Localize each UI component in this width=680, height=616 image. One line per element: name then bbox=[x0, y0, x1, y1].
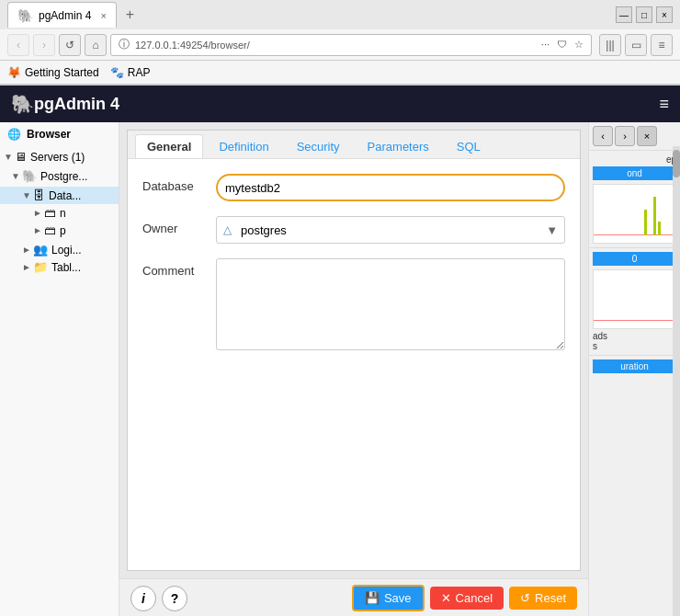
owner-label: Owner bbox=[142, 216, 216, 235]
tab-general[interactable]: General bbox=[135, 134, 203, 158]
db-p-label: p bbox=[60, 224, 66, 237]
chart-sub-label: ads bbox=[593, 331, 676, 341]
address-bar[interactable]: ⓘ 127.0.0.1:49254/browser/ ··· 🛡 ☆ bbox=[110, 34, 592, 56]
tab-title: pgAdmin 4 bbox=[39, 9, 91, 22]
menu-button[interactable]: ≡ bbox=[651, 34, 673, 56]
chart-redline-2 bbox=[594, 320, 675, 321]
sidebar-item-db-n[interactable]: ► 🗃 n bbox=[0, 204, 119, 222]
tree-arrow-p: ► bbox=[33, 225, 44, 235]
tab-close-button[interactable]: × bbox=[100, 10, 106, 21]
tree-arrow-postgres: ▼ bbox=[11, 171, 22, 181]
chart-area-2 bbox=[593, 269, 676, 329]
forward-button[interactable]: › bbox=[33, 34, 55, 56]
dialog-tabs: General Definition Security Parameters S… bbox=[128, 131, 580, 159]
tab-definition[interactable]: Definition bbox=[207, 134, 280, 158]
pgadmin-title: pgAdmin 4 bbox=[34, 95, 119, 114]
back-button[interactable]: ‹ bbox=[7, 34, 29, 56]
comment-textarea[interactable] bbox=[216, 258, 565, 350]
url-text: 127.0.0.1:49254/browser/ bbox=[135, 40, 250, 51]
sidebar-item-db-p[interactable]: ► 🗃 p bbox=[0, 222, 119, 239]
right-nav-close[interactable]: × bbox=[637, 126, 657, 146]
comment-field-row: Comment bbox=[142, 258, 565, 353]
tab-icon: 🐘 bbox=[17, 8, 33, 23]
databases-icon: 🗄 bbox=[33, 188, 45, 202]
pgadmin-logo: 🐘 bbox=[11, 93, 34, 115]
sidebar-item-databases[interactable]: ▼ 🗄 Data... bbox=[0, 187, 119, 204]
sidebar-item-login[interactable]: ► 👥 Logi... bbox=[0, 241, 119, 258]
rap-icon: 🐾 bbox=[110, 66, 124, 79]
chart-redline-1 bbox=[594, 234, 675, 235]
right-nav-forward[interactable]: › bbox=[615, 126, 635, 146]
tree-databases: ▼ 🗄 Data... ► 🗃 n ► 🗃 p bbox=[0, 185, 119, 241]
comment-label: Comment bbox=[142, 258, 216, 278]
right-nav-back[interactable]: ‹ bbox=[593, 126, 613, 146]
sidebar-item-postgres[interactable]: ▼ 🐘 Postgre... bbox=[0, 167, 119, 185]
window-controls: — □ × bbox=[616, 6, 673, 23]
databases-label: Data... bbox=[49, 189, 81, 202]
bookmark-getting-started[interactable]: 🦊 Getting Started bbox=[7, 66, 99, 79]
reset-icon: ↺ bbox=[520, 591, 530, 605]
more-icon: ··· bbox=[541, 39, 550, 51]
right-panel-nav: ‹ › × bbox=[589, 122, 680, 151]
browser-tab[interactable]: 🐘 pgAdmin 4 × bbox=[7, 2, 117, 28]
nav-bar: ‹ › ↺ ⌂ ⓘ 127.0.0.1:49254/browser/ ··· 🛡… bbox=[0, 29, 680, 61]
bookmark-label: Getting Started bbox=[25, 66, 99, 79]
shield-icon: 🛡 bbox=[557, 39, 567, 51]
tree-arrow-tablespace: ► bbox=[22, 262, 33, 272]
right-panel: ‹ › × ep ond 0 ad bbox=[588, 122, 680, 616]
info-button[interactable]: i bbox=[130, 586, 156, 611]
bookmark-rap-label: RAP bbox=[128, 66, 151, 79]
chart-bar-3 bbox=[658, 222, 661, 235]
sidebar-title: Browser bbox=[27, 128, 71, 141]
close-button[interactable]: × bbox=[656, 6, 673, 23]
login-icon: 👥 bbox=[33, 243, 48, 257]
maximize-button[interactable]: □ bbox=[636, 6, 652, 23]
tree-arrow-databases: ▼ bbox=[22, 190, 33, 200]
sidebar-toggle-button[interactable]: ▭ bbox=[625, 34, 647, 56]
minimize-button[interactable]: — bbox=[616, 6, 632, 23]
tab-security[interactable]: Security bbox=[285, 134, 352, 158]
sidebar-item-tablespace[interactable]: ► 📁 Tabl... bbox=[0, 258, 119, 276]
hamburger-menu[interactable]: ≡ bbox=[659, 95, 669, 114]
chart-area-1 bbox=[593, 184, 676, 244]
chart-blue-bar-2: 0 bbox=[593, 252, 676, 266]
new-tab-button[interactable]: + bbox=[120, 6, 140, 23]
save-label: Save bbox=[384, 591, 412, 605]
tab-sql[interactable]: SQL bbox=[445, 134, 493, 158]
sidebar: 🌐 Browser ▼ 🖥 Servers (1) ▼ 🐘 Postgre... bbox=[0, 122, 119, 616]
owner-control: △ postgres ▼ bbox=[216, 216, 565, 244]
browser-chrome: 🐘 pgAdmin 4 × + — □ × ‹ › ↺ ⌂ ⓘ 127.0.0.… bbox=[0, 0, 680, 86]
save-button[interactable]: 💾 Save bbox=[352, 585, 425, 611]
owner-select[interactable]: postgres bbox=[216, 216, 565, 244]
home-button[interactable]: ⌂ bbox=[85, 34, 107, 56]
refresh-button[interactable]: ↺ bbox=[59, 34, 81, 56]
tree-arrow-n: ► bbox=[33, 208, 44, 218]
db-n-icon: 🗃 bbox=[44, 206, 56, 220]
database-input[interactable] bbox=[216, 174, 565, 201]
chart-section-1: ep ond bbox=[589, 151, 680, 248]
bookmarks-bar: 🦊 Getting Started 🐾 RAP bbox=[0, 61, 680, 85]
chart-bar-2 bbox=[653, 197, 656, 235]
help-button[interactable]: ? bbox=[162, 586, 187, 611]
right-scrollbar[interactable] bbox=[673, 146, 680, 616]
main-content: General Definition Security Parameters S… bbox=[119, 122, 588, 616]
tree-postgres: ▼ 🐘 Postgre... ▼ 🗄 Data... ► 🗃 bbox=[0, 165, 119, 278]
reset-button[interactable]: ↺ Reset bbox=[509, 587, 577, 610]
tab-parameters[interactable]: Parameters bbox=[356, 134, 441, 158]
chart-label-1: ep bbox=[593, 154, 676, 165]
comment-control bbox=[216, 258, 565, 353]
chart-sub-label-2: s bbox=[593, 341, 676, 351]
dialog-body: Database Owner △ bbox=[128, 159, 580, 570]
tree-servers: ▼ 🖥 Servers (1) ▼ 🐘 Postgre... ▼ 🗄 bbox=[0, 146, 119, 279]
bookmark-rap[interactable]: 🐾 RAP bbox=[110, 66, 151, 79]
db-n-label: n bbox=[60, 207, 66, 220]
chart-section-3: uration bbox=[589, 356, 680, 377]
address-icons: ··· 🛡 ☆ bbox=[541, 39, 584, 51]
pgadmin-body: 🌐 Browser ▼ 🖥 Servers (1) ▼ 🐘 Postgre... bbox=[0, 122, 680, 616]
db-p-icon: 🗃 bbox=[44, 223, 56, 237]
bookmark-icon: ☆ bbox=[574, 39, 584, 51]
cancel-button[interactable]: ✕ Cancel bbox=[430, 587, 504, 610]
sidebar-item-servers[interactable]: ▼ 🖥 Servers (1) bbox=[0, 148, 119, 165]
extensions-button[interactable]: ||| bbox=[599, 34, 621, 56]
pgadmin-header: 🐘 pgAdmin 4 ≡ bbox=[0, 86, 680, 122]
